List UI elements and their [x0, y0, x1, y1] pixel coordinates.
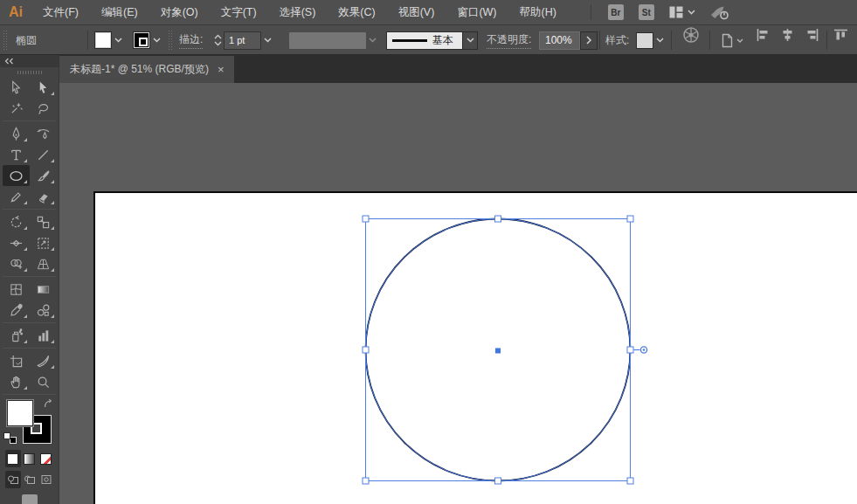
draw-mode-buttons [0, 471, 59, 490]
width-tool[interactable] [3, 232, 30, 253]
separator [671, 31, 672, 50]
menu-window[interactable]: 窗口(W) [446, 0, 508, 25]
stroke-weight-label[interactable]: 描边: [179, 25, 203, 55]
draw-normal-button[interactable] [5, 471, 21, 488]
curvature-tool[interactable] [30, 123, 57, 144]
tools-panel-grip[interactable] [0, 67, 59, 77]
align-top-button[interactable] [831, 25, 850, 45]
shape-builder-tool[interactable] [3, 253, 30, 274]
workspace-switcher-button[interactable] [669, 6, 695, 18]
swap-fill-stroke-icon[interactable] [43, 398, 55, 410]
collapse-panel-icon[interactable] [4, 58, 14, 65]
paintbrush-tool[interactable] [30, 165, 57, 186]
fill-proxy-swatch[interactable] [6, 399, 34, 427]
line-segment-tool[interactable] [30, 144, 57, 165]
menu-view[interactable]: 视图(V) [387, 0, 446, 25]
handle-top-center[interactable] [495, 216, 501, 222]
separator [87, 31, 88, 50]
perspective-grid-tool[interactable] [30, 253, 57, 274]
lasso-tool[interactable] [30, 98, 57, 119]
bridge-button[interactable]: Br [608, 4, 624, 20]
mesh-tool[interactable] [3, 279, 30, 300]
stroke-chevron-down-icon[interactable] [150, 31, 162, 49]
center-point[interactable] [495, 349, 501, 354]
fill-chevron-down-icon[interactable] [112, 31, 124, 49]
fill-swatch[interactable] [94, 31, 112, 49]
stroke-swatch[interactable] [133, 31, 150, 49]
none-mode-button[interactable] [38, 450, 54, 467]
default-fill-stroke-icon[interactable] [3, 432, 17, 444]
free-transform-tool[interactable] [30, 232, 57, 253]
menu-type[interactable]: 文字(T) [210, 0, 268, 25]
selection-tool[interactable] [3, 77, 30, 98]
handle-mid-right[interactable] [627, 347, 633, 353]
type-tool[interactable] [3, 144, 30, 165]
column-graph-tool[interactable] [30, 325, 57, 346]
opacity-label[interactable]: 不透明度: [487, 25, 531, 55]
stock-button[interactable]: St [639, 4, 654, 20]
stroke-weight-input[interactable]: 1 pt [224, 31, 261, 50]
recolor-artwork-button[interactable] [681, 25, 701, 45]
eraser-tool[interactable] [30, 186, 57, 207]
brush-definition-dropdown[interactable]: 基本 [386, 31, 463, 50]
gradient-tool[interactable] [30, 279, 57, 300]
canvas-area[interactable] [59, 83, 857, 504]
hand-tool[interactable] [3, 371, 30, 392]
handle-top-right[interactable] [627, 216, 633, 222]
menu-object[interactable]: 对象(O) [149, 0, 210, 25]
style-label[interactable]: 样式: [605, 25, 629, 55]
handle-top-left[interactable] [363, 216, 369, 222]
align-h-center-button[interactable] [778, 25, 797, 45]
direct-selection-tool[interactable] [30, 77, 57, 98]
menu-effect[interactable]: 效果(C) [327, 0, 386, 25]
gpu-performance-icon[interactable] [710, 4, 729, 20]
ellipse-tool[interactable] [3, 165, 30, 186]
scale-tool[interactable] [30, 211, 57, 232]
menu-help[interactable]: 帮助(H) [508, 0, 568, 25]
draw-behind-button[interactable] [22, 471, 38, 488]
color-mode-button[interactable] [5, 450, 21, 467]
handle-bottom-left[interactable] [363, 478, 369, 484]
pen-tool[interactable] [3, 123, 30, 144]
pencil-tool[interactable] [3, 186, 30, 207]
blend-tool[interactable] [30, 300, 57, 321]
align-top-icon [833, 28, 848, 42]
gradient-mode-button[interactable] [22, 450, 38, 467]
symbol-sprayer-tool[interactable] [3, 325, 30, 346]
eyedropper-tool[interactable] [3, 300, 30, 321]
slice-tool[interactable] [30, 350, 57, 371]
align-left-button[interactable] [753, 25, 772, 45]
document-tab[interactable]: 未标题-1* @ 51% (RGB/预览) × [59, 56, 234, 83]
handle-bottom-right[interactable] [627, 478, 633, 484]
align-right-icon [805, 28, 819, 42]
stroke-weight-chevron-down-icon[interactable] [261, 31, 273, 49]
panel-grip [168, 30, 174, 51]
style-swatch[interactable] [636, 32, 653, 49]
opacity-chevron-right-icon[interactable] [580, 31, 598, 50]
opacity-input[interactable]: 100% [539, 31, 580, 50]
handle-mid-left[interactable] [363, 347, 369, 353]
tab-close-icon[interactable]: × [218, 64, 225, 75]
menu-select[interactable]: 选择(S) [268, 0, 328, 25]
menu-edit[interactable]: 编辑(E) [90, 0, 149, 25]
align-v-center-button[interactable] [854, 25, 857, 45]
brush-definition-label: 基本 [432, 33, 453, 48]
document-setup-button[interactable] [720, 25, 743, 55]
magic-wand-tool[interactable] [3, 98, 30, 119]
rotate-tool[interactable] [3, 211, 30, 232]
panel-grip[interactable] [3, 30, 9, 51]
menu-file[interactable]: 文件(F) [31, 0, 90, 25]
align-left-icon [756, 28, 771, 42]
separator [3, 322, 56, 323]
handle-bottom-center[interactable] [495, 478, 501, 484]
artboard-tool[interactable] [3, 350, 30, 371]
zoom-tool[interactable] [30, 371, 57, 392]
draw-inside-button[interactable] [38, 471, 54, 488]
style-chevron-down-icon[interactable] [653, 31, 666, 49]
separator [826, 31, 827, 50]
stroke-weight-stepper[interactable] [212, 31, 224, 50]
screen-mode-button[interactable] [22, 494, 38, 504]
brush-chevron-down-icon[interactable] [463, 31, 478, 50]
context-label: 椭圆 [16, 25, 37, 55]
align-right-button[interactable] [802, 25, 821, 45]
